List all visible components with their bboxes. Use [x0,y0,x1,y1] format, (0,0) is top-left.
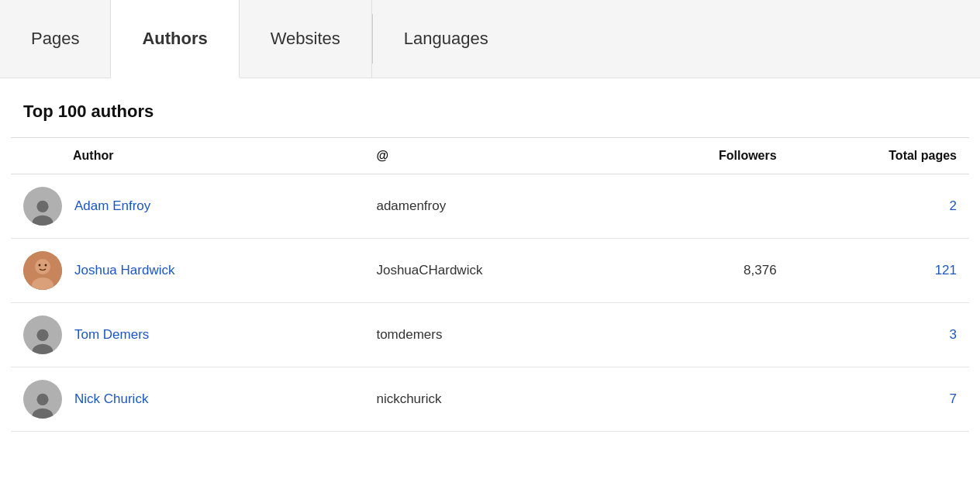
table-row: Nick Churicknickchurick7 [11,367,969,432]
author-pages-cell[interactable]: 121 [789,239,969,303]
table-row: Tom Demerstomdemers3 [11,303,969,367]
author-pages-cell[interactable]: 7 [789,367,969,432]
svg-point-3 [35,259,50,274]
svg-point-9 [36,394,48,405]
svg-point-1 [33,215,53,226]
avatar-placeholder [23,315,62,354]
tab-websites[interactable]: Websites [240,0,372,78]
avatar-placeholder [23,187,62,226]
section-title: Top 100 authors [0,78,980,137]
tab-pages[interactable]: Pages [0,0,111,78]
svg-point-0 [36,201,48,212]
svg-point-10 [33,409,53,419]
author-name-link[interactable]: Adam Enfroy [74,198,150,214]
author-followers-cell [629,303,789,367]
col-header-total-pages: Total pages [789,138,969,174]
svg-point-8 [33,344,53,354]
author-pages-cell[interactable]: 2 [789,174,969,239]
author-cell: Joshua Hardwick [11,239,353,303]
table-row: Joshua HardwickJoshuaCHardwick8,376121 [11,239,969,303]
authors-table-wrapper: Author @ Followers Total pages Adam Enfr… [0,137,980,432]
table-header-row: Author @ Followers Total pages [11,138,969,174]
svg-point-6 [45,264,47,267]
col-header-followers: Followers [629,138,789,174]
col-header-author: Author [11,138,353,174]
author-handle-cell: nickchurick [353,367,628,432]
author-pages-cell[interactable]: 3 [789,303,969,367]
author-followers-cell: 8,376 [629,239,789,303]
tab-languages[interactable]: Languages [373,0,519,78]
svg-point-5 [39,264,41,267]
author-followers-cell [629,367,789,432]
author-cell: Adam Enfroy [11,174,353,239]
author-cell: Nick Churick [11,367,353,432]
author-handle-cell: adamenfroy [353,174,628,239]
author-handle-cell: tomdemers [353,303,628,367]
tabs-bar: Pages Authors Websites Languages [0,0,980,78]
authors-table: Author @ Followers Total pages Adam Enfr… [11,137,969,432]
col-header-at: @ [353,138,628,174]
author-followers-cell [629,174,789,239]
author-name-link[interactable]: Nick Churick [74,391,148,407]
author-name-link[interactable]: Joshua Hardwick [74,263,174,278]
tab-authors[interactable]: Authors [111,0,239,78]
avatar-placeholder [23,380,62,419]
svg-point-7 [36,329,48,341]
author-handle-cell: JoshuaCHardwick [353,239,628,303]
avatar [23,251,62,290]
author-cell: Tom Demers [11,303,353,367]
author-name-link[interactable]: Tom Demers [74,327,149,343]
table-row: Adam Enfroyadamenfroy2 [11,174,969,239]
